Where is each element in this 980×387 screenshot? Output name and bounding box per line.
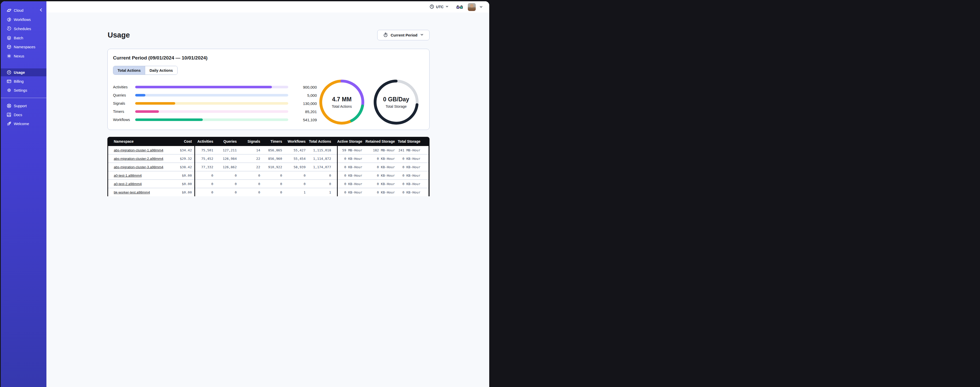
table-cell: 0 bbox=[216, 190, 239, 194]
table-cell: 856,960 bbox=[263, 157, 285, 161]
schedules-icon bbox=[6, 26, 11, 31]
table-cell: 1 bbox=[308, 190, 334, 194]
card-title: Current Period (09/01/2024 — 10/01/2024) bbox=[113, 55, 208, 61]
namespace-link[interactable]: bk-worker-test.a98mm4 bbox=[114, 190, 150, 194]
billing-icon bbox=[6, 79, 11, 84]
sidebar-item-settings[interactable]: Settings bbox=[1, 86, 46, 94]
support-icon bbox=[6, 103, 11, 108]
actions-tab-group: Total Actions Daily Actions bbox=[113, 66, 178, 75]
table-vertical-divider bbox=[337, 146, 338, 194]
table-cell: 0 bbox=[285, 182, 308, 186]
namespace-link[interactable]: a0-test-1.a98mm4 bbox=[114, 174, 142, 178]
table-cell: 58,939 bbox=[285, 165, 308, 169]
table-cell: $0.00 bbox=[166, 190, 194, 194]
table-cell: 0 KB-Hour bbox=[334, 157, 365, 161]
table-cell: 0 bbox=[263, 174, 285, 178]
column-header-cost: Cost bbox=[166, 139, 194, 144]
chevron-down-icon bbox=[445, 5, 449, 9]
user-avatar[interactable] bbox=[468, 3, 476, 11]
sidebar-item-schedules[interactable]: Schedules bbox=[1, 25, 46, 33]
usage-icon bbox=[6, 70, 11, 75]
namespace-cell: abs-migration-cluster-2.a98mm4 bbox=[108, 157, 166, 161]
top-bar: UTC bbox=[46, 1, 489, 13]
account-menu-chevron-icon[interactable] bbox=[479, 5, 483, 9]
sidebar-item-usage[interactable]: Usage bbox=[1, 69, 46, 76]
clock-icon bbox=[430, 4, 434, 10]
table-cell: 856,865 bbox=[263, 148, 285, 152]
table-cell: $29.32 bbox=[166, 157, 194, 161]
sidebar-item-label: Support bbox=[14, 104, 27, 108]
bar-row-workflows: Workflows541,109 bbox=[113, 116, 317, 124]
bar-value: 130,000 bbox=[288, 101, 317, 106]
table-row: abs-migration-cluster-1.a98mm4$34.4275,5… bbox=[108, 146, 428, 154]
table-cell: 0 bbox=[263, 182, 285, 186]
donut-value: 0 GB/Day bbox=[383, 96, 409, 103]
glasses-icon[interactable] bbox=[456, 5, 463, 9]
bar-value: 900,000 bbox=[288, 85, 317, 90]
sidebar-item-welcome[interactable]: Welcome bbox=[1, 120, 46, 128]
sidebar-collapse-chevron-icon[interactable] bbox=[39, 8, 43, 12]
table-cell: $38.42 bbox=[166, 165, 194, 169]
namespace-cell: a0-test-2.a98mm4 bbox=[108, 182, 166, 186]
table-cell: 77,332 bbox=[194, 165, 216, 169]
bar-fill bbox=[135, 86, 272, 88]
namespace-link[interactable]: a0-test-2.a98mm4 bbox=[114, 182, 142, 186]
bar-track bbox=[135, 118, 288, 121]
table-row: bk-worker-test.a98mm4$0.000000110 KB-Hou… bbox=[108, 188, 428, 194]
bar-label: Queries bbox=[113, 93, 135, 97]
sidebar-item-label: Settings bbox=[14, 88, 27, 93]
bar-label: Activities bbox=[113, 85, 135, 89]
table-cell: 55,427 bbox=[285, 148, 308, 152]
main-content: Usage Current Period Current Period (09/… bbox=[46, 13, 489, 194]
timezone-label: UTC bbox=[436, 5, 444, 9]
namespace-link[interactable]: abs-migration-cluster-1.a98mm4 bbox=[114, 148, 163, 152]
sidebar-item-nexus[interactable]: Nexus bbox=[1, 52, 46, 60]
table-cell: 0 KB-Hour bbox=[398, 190, 423, 194]
table-cell: 126,984 bbox=[216, 157, 239, 161]
table-row: abs-migration-cluster-3.a98mm4$38.4277,3… bbox=[108, 163, 428, 171]
docs-icon bbox=[6, 112, 11, 117]
stopwatch-icon bbox=[383, 32, 388, 38]
welcome-rocket-icon bbox=[6, 121, 11, 126]
column-header-namespace: Namespace bbox=[108, 139, 166, 144]
usage-summary-card: Current Period (09/01/2024 — 10/01/2024)… bbox=[107, 49, 430, 130]
table-cell: 0 bbox=[216, 174, 239, 178]
sidebar-item-docs[interactable]: Docs bbox=[1, 111, 46, 119]
namespace-link[interactable]: abs-migration-cluster-2.a98mm4 bbox=[114, 157, 163, 161]
column-header-signals: Signals bbox=[239, 139, 263, 144]
namespace-cell: abs-migration-cluster-1.a98mm4 bbox=[108, 148, 166, 152]
sidebar-item-workflows[interactable]: Workflows bbox=[1, 16, 46, 24]
bar-row-timers: Timers85,201 bbox=[113, 107, 317, 116]
table-row: a0-test-1.a98mm4$0.000000000 KB-Hour0 KB… bbox=[108, 171, 428, 179]
column-header-retained-storage: Retained Storage bbox=[365, 139, 398, 144]
page-title: Usage bbox=[108, 31, 130, 39]
sidebar-item-billing[interactable]: Billing bbox=[1, 77, 46, 85]
period-selector-button[interactable]: Current Period bbox=[377, 30, 430, 40]
sidebar-item-label: Nexus bbox=[14, 54, 24, 58]
timezone-selector[interactable]: UTC bbox=[430, 4, 449, 10]
sidebar-item-batch[interactable]: Batch bbox=[1, 34, 46, 42]
table-cell: 0 bbox=[239, 182, 263, 186]
table-cell: 0 KB-Hour bbox=[365, 174, 398, 178]
cloud-orbit-icon bbox=[6, 8, 11, 13]
table-cell: 0 KB-Hour bbox=[398, 165, 423, 169]
tab-total-actions[interactable]: Total Actions bbox=[113, 66, 145, 75]
namespace-link[interactable]: abs-migration-cluster-3.a98mm4 bbox=[114, 165, 163, 169]
table-cell: 0 KB-Hour bbox=[334, 165, 365, 169]
bar-row-queries: Queries5,000 bbox=[113, 91, 317, 99]
table-cell: $0.00 bbox=[166, 174, 194, 178]
table-body: abs-migration-cluster-1.a98mm4$34.4275,5… bbox=[107, 146, 430, 194]
tab-daily-actions[interactable]: Daily Actions bbox=[145, 66, 177, 75]
sidebar-item-support[interactable]: Support bbox=[1, 102, 46, 110]
app-window: Cloud Workflows Schedules Batch bbox=[1, 1, 489, 194]
table-cell: 1,174,077 bbox=[308, 165, 334, 169]
table-cell: 0 bbox=[239, 174, 263, 178]
table-cell: 0 bbox=[263, 190, 285, 194]
sidebar-item-namespaces[interactable]: Namespaces bbox=[1, 43, 46, 51]
table-row: a0-test-2.a98mm4$0.000000000 KB-Hour0 KB… bbox=[108, 179, 428, 188]
table-row: abs-migration-cluster-2.a98mm4$29.3275,4… bbox=[108, 154, 428, 163]
table-cell: 0 bbox=[194, 182, 216, 186]
total-storage-donut: 0 GB/Day Total Storage bbox=[374, 80, 418, 125]
table-header-row: Namespace Cost Activities Queries Signal… bbox=[107, 137, 430, 146]
table-cell: 0 KB-Hour bbox=[334, 174, 365, 178]
